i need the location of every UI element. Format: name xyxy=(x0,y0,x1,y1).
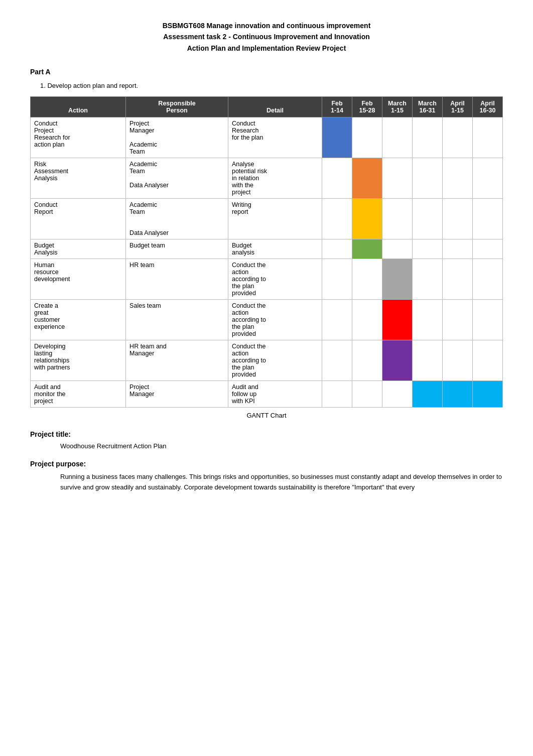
project-purpose-text: Running a business faces many challenges… xyxy=(60,472,503,493)
col-march1: March1-15 xyxy=(382,97,413,117)
table-row: Humanresourcedevelopment HR team Conduct… xyxy=(31,259,503,300)
table-row: Create agreatcustomerexperience Sales te… xyxy=(31,300,503,340)
gantt-cell-8-2 xyxy=(352,381,382,408)
action-cell: Audit andmonitor theproject xyxy=(31,381,126,408)
gantt-cell-1-5 xyxy=(443,117,473,158)
document-header: BSBMGT608 Manage innovation and continuo… xyxy=(30,20,503,54)
gantt-cell-7-3 xyxy=(382,340,413,381)
detail-cell: Conduct theactionaccording tothe planpro… xyxy=(228,340,322,381)
responsible-cell: AcademicTeamData Analyser xyxy=(126,199,228,239)
responsible-cell: ProjectManager xyxy=(126,381,228,408)
gantt-cell-2-3 xyxy=(382,158,413,199)
gantt-cell-4-1 xyxy=(322,239,352,259)
action-cell: RiskAssessmentAnalysis xyxy=(31,158,126,199)
gantt-cell-8-1 xyxy=(322,381,352,408)
gantt-cell-1-1 xyxy=(322,117,352,158)
action-cell: BudgetAnalysis xyxy=(31,239,126,259)
responsible-cell: Budget team xyxy=(126,239,228,259)
gantt-cell-6-4 xyxy=(413,300,443,340)
col-april1: April1-15 xyxy=(443,97,473,117)
gantt-cell-2-5 xyxy=(443,158,473,199)
col-feb2: Feb15-28 xyxy=(352,97,382,117)
gantt-cell-5-1 xyxy=(322,259,352,300)
detail-cell: Analysepotential riskin relationwith the… xyxy=(228,158,322,199)
gantt-table: Action ResponsiblePerson Detail Feb1-14 … xyxy=(30,96,503,408)
gantt-cell-6-6 xyxy=(473,300,503,340)
table-row: Developinglastingrelationshipswith partn… xyxy=(31,340,503,381)
table-row: BudgetAnalysis Budget team Budgetanalysi… xyxy=(31,239,503,259)
gantt-cell-4-4 xyxy=(413,239,443,259)
gantt-cell-3-1 xyxy=(322,199,352,239)
action-cell: Create agreatcustomerexperience xyxy=(31,300,126,340)
gantt-cell-7-5 xyxy=(443,340,473,381)
detail-cell: Conduct theactionaccording tothe planpro… xyxy=(228,300,322,340)
action-cell: Humanresourcedevelopment xyxy=(31,259,126,300)
gantt-cell-2-1 xyxy=(322,158,352,199)
develop-item: 1. Develop action plan and report. xyxy=(40,82,503,89)
gantt-cell-7-6 xyxy=(473,340,503,381)
gantt-cell-4-6 xyxy=(473,239,503,259)
gantt-cell-1-2 xyxy=(352,117,382,158)
detail-cell: Budgetanalysis xyxy=(228,239,322,259)
col-detail: Detail xyxy=(228,97,322,117)
gantt-cell-7-1 xyxy=(322,340,352,381)
col-action: Action xyxy=(31,97,126,117)
table-row: RiskAssessmentAnalysis AcademicTeamData … xyxy=(31,158,503,199)
gantt-cell-8-5 xyxy=(443,381,473,408)
gantt-cell-4-2 xyxy=(352,239,382,259)
gantt-cell-3-2 xyxy=(352,199,382,239)
col-feb1: Feb1-14 xyxy=(322,97,352,117)
responsible-cell: AcademicTeamData Analyser xyxy=(126,158,228,199)
project-title-label: Project title: xyxy=(30,430,503,438)
gantt-cell-8-6 xyxy=(473,381,503,408)
gantt-cell-5-6 xyxy=(473,259,503,300)
table-row: ConductProjectResearch foraction plan Pr… xyxy=(31,117,503,158)
action-cell: Developinglastingrelationshipswith partn… xyxy=(31,340,126,381)
gantt-cell-8-4 xyxy=(413,381,443,408)
gantt-cell-6-1 xyxy=(322,300,352,340)
project-title-value: Woodhouse Recruitment Action Plan xyxy=(60,442,503,450)
gantt-cell-4-5 xyxy=(443,239,473,259)
col-march2: March16-31 xyxy=(413,97,443,117)
responsible-cell: HR team andManager xyxy=(126,340,228,381)
gantt-cell-4-3 xyxy=(382,239,413,259)
gantt-cell-6-3 xyxy=(382,300,413,340)
responsible-cell: ProjectManagerAcademicTeam xyxy=(126,117,228,158)
gantt-cell-2-2 xyxy=(352,158,382,199)
gantt-cell-3-4 xyxy=(413,199,443,239)
part-a-label: Part A xyxy=(30,68,503,76)
gantt-cell-3-3 xyxy=(382,199,413,239)
gantt-cell-7-2 xyxy=(352,340,382,381)
table-row: Audit andmonitor theproject ProjectManag… xyxy=(31,381,503,408)
gantt-cell-2-4 xyxy=(413,158,443,199)
gantt-cell-2-6 xyxy=(473,158,503,199)
detail-cell: Conduct theactionaccording tothe planpro… xyxy=(228,259,322,300)
gantt-cell-7-4 xyxy=(413,340,443,381)
detail-cell: Audit andfollow upwith KPI xyxy=(228,381,322,408)
col-april2: April16-30 xyxy=(473,97,503,117)
col-responsible: ResponsiblePerson xyxy=(126,97,228,117)
responsible-cell: HR team xyxy=(126,259,228,300)
gantt-cell-6-2 xyxy=(352,300,382,340)
responsible-cell: Sales team xyxy=(126,300,228,340)
gantt-cell-1-3 xyxy=(382,117,413,158)
gantt-cell-6-5 xyxy=(443,300,473,340)
gantt-chart-label: GANTT Chart xyxy=(30,412,503,419)
gantt-cell-8-3 xyxy=(382,381,413,408)
action-cell: ConductProjectResearch foraction plan xyxy=(31,117,126,158)
detail-cell: ConductResearchfor the plan xyxy=(228,117,322,158)
gantt-cell-5-3 xyxy=(382,259,413,300)
gantt-cell-3-5 xyxy=(443,199,473,239)
project-purpose-label: Project purpose: xyxy=(30,460,503,468)
gantt-cell-3-6 xyxy=(473,199,503,239)
gantt-cell-1-4 xyxy=(413,117,443,158)
table-row: ConductReport AcademicTeamData Analyser … xyxy=(31,199,503,239)
gantt-cell-5-2 xyxy=(352,259,382,300)
detail-cell: Writingreport xyxy=(228,199,322,239)
gantt-cell-5-4 xyxy=(413,259,443,300)
header-title: BSBMGT608 Manage innovation and continuo… xyxy=(30,20,503,54)
gantt-cell-5-5 xyxy=(443,259,473,300)
action-cell: ConductReport xyxy=(31,199,126,239)
gantt-cell-1-6 xyxy=(473,117,503,158)
